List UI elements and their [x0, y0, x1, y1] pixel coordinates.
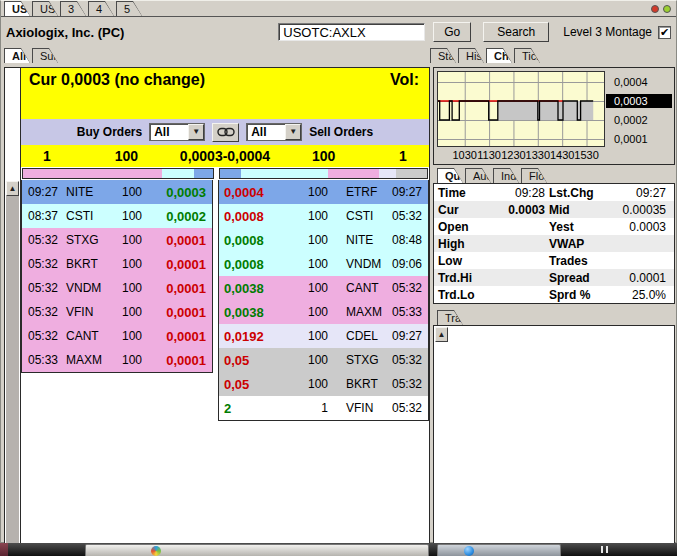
sell-order-row[interactable]: 0,0008100NITE08:48 — [219, 228, 428, 252]
tab-stats[interactable]: Stats — [430, 48, 456, 63]
tab-histogram[interactable]: Histogram — [458, 48, 484, 63]
quote-label: Trd.Lo — [438, 288, 494, 302]
tab-4[interactable]: 4 — [88, 1, 114, 16]
sell-order-row[interactable]: 0,0038100MAXM05:33 — [219, 300, 428, 324]
tab-indices[interactable]: Indices — [493, 168, 519, 183]
quote-tab-strip: Quote InfoAuctionIndicesFlow — [433, 167, 675, 183]
tab-summary[interactable]: Summary — [32, 48, 58, 63]
x-tick-label: 1330 — [526, 148, 550, 162]
taskbar-button[interactable] — [437, 544, 561, 556]
scrollbar-track[interactable] — [6, 196, 19, 553]
current-price-text: Cur 0,0003 (no change) — [29, 71, 205, 119]
tab-5[interactable]: 5 — [116, 1, 142, 16]
market-maker: MAXM — [336, 305, 386, 319]
chevron-down-icon[interactable]: ▼ — [285, 124, 301, 140]
depth-segment-pink — [328, 169, 380, 178]
quote-label: Yest — [549, 220, 615, 234]
sell-order-row[interactable]: 21VFIN05:32 — [219, 396, 428, 420]
order-book-content: Cur 0,0003 (no change) Vol: Buy Orders A… — [20, 68, 429, 553]
quote-value: 09:28 — [494, 186, 549, 200]
book-scrollbar[interactable]: ▲ — [5, 68, 20, 553]
tab-tickscope[interactable]: TickScope — [514, 48, 540, 63]
order-size: 1 — [281, 401, 336, 415]
bid-price: 0,0001 — [158, 353, 212, 368]
order-size: 100 — [281, 257, 336, 271]
order-book-section: ▲ Cur 0,0003 (no change) Vol: Buy Orders… — [4, 67, 430, 554]
link-filters-button[interactable] — [212, 123, 239, 142]
tab-trades[interactable]: Trades — [437, 310, 463, 325]
order-time: 09:27 — [386, 185, 428, 199]
tab-usotc-pwei[interactable]: USOTC:PWEI — [32, 1, 58, 16]
market-maker: CANT — [60, 329, 112, 343]
buy-order-row[interactable]: 05:32STXG1000,0001 — [22, 228, 212, 252]
quote-value: 0.0003 — [494, 203, 549, 217]
x-tick-label: 1230 — [501, 148, 525, 162]
buy-order-row[interactable]: 05:33MAXM1000,0001 — [22, 348, 212, 372]
scroll-up-icon[interactable]: ▲ — [435, 327, 448, 342]
market-maker: CSTI — [336, 209, 386, 223]
header-bar: Axiologix, Inc. (PC) Go Search Level 3 M… — [1, 17, 676, 47]
tab-label: 5 — [117, 2, 142, 16]
scroll-up-icon[interactable]: ▲ — [6, 181, 19, 196]
tab-3[interactable]: 3 — [60, 1, 86, 16]
sell-filter-select[interactable]: All ▼ — [246, 123, 302, 141]
sell-order-row[interactable]: 0,0192100CDEL09:27 — [219, 324, 428, 348]
order-time: 05:32 — [386, 209, 428, 223]
quote-label: Lst.Chg — [549, 186, 615, 200]
buy-order-row[interactable]: 05:32VFIN1000,0001 — [22, 300, 212, 324]
order-time: 05:32 — [386, 401, 428, 415]
sell-order-row[interactable]: 0,0038100CANT05:32 — [219, 276, 428, 300]
market-maker: STXG — [60, 233, 112, 247]
quote-value: 0.00035 — [615, 203, 670, 217]
quote-label: Spread — [549, 271, 615, 285]
buy-order-row[interactable]: 05:32BKRT1000,0001 — [22, 252, 212, 276]
tab-auction[interactable]: Auction — [465, 168, 491, 183]
minimize-icon[interactable] — [663, 5, 671, 13]
sell-order-row[interactable]: 0,0004100ETRF09:27 — [219, 180, 428, 204]
tab-label: Trades — [438, 311, 463, 325]
depth-segment-gray — [396, 169, 427, 178]
order-filter-toolbar: Buy Orders All ▼ — [21, 119, 429, 145]
order-size: 100 — [281, 233, 336, 247]
bid-price: 0,0001 — [158, 257, 212, 272]
inside-bid-ask: 0,0003-0,0004 — [180, 148, 270, 164]
depth-distribution-bars — [21, 167, 429, 180]
sell-filter-value: All — [247, 125, 285, 139]
ask-price: 0,0038 — [219, 305, 281, 320]
buy-order-row[interactable]: 05:32CANT1000,0001 — [22, 324, 212, 348]
tab-flow[interactable]: Flow — [521, 168, 547, 183]
order-size: 100 — [281, 329, 336, 343]
sell-order-row[interactable]: 0,05100STXG05:32 — [219, 348, 428, 372]
symbol-input[interactable] — [278, 23, 425, 41]
bid-price: 0,0001 — [158, 305, 212, 320]
taskbar-button[interactable] — [85, 544, 429, 556]
search-button[interactable]: Search — [483, 22, 549, 42]
tab-chart[interactable]: Chart — [486, 48, 512, 63]
sell-order-row[interactable]: 0,0008100VNDM09:06 — [219, 252, 428, 276]
tab-label: 3 — [61, 2, 86, 16]
sell-order-row[interactable]: 0,0008100CSTI05:32 — [219, 204, 428, 228]
buy-order-row[interactable]: 09:27NITE1000,0003 — [22, 180, 212, 204]
order-size: 100 — [112, 353, 158, 367]
buy-order-row[interactable]: 05:32VNDM1000,0001 — [22, 276, 212, 300]
inside-quote-row: 1 100 0,0003-0,0004 100 1 — [21, 145, 429, 167]
buy-orders-label: Buy Orders — [77, 125, 142, 139]
chevron-down-icon[interactable]: ▼ — [188, 124, 204, 140]
tab-label: Auction — [466, 169, 491, 183]
order-size: 100 — [281, 185, 336, 199]
go-button[interactable]: Go — [433, 22, 471, 42]
sell-order-row[interactable]: 0,05100BKRT05:32 — [219, 372, 428, 396]
tab-usotc-axlx[interactable]: USOTC:AXLX — [4, 1, 30, 16]
tab-label: Indices — [494, 169, 519, 183]
tab-all-orders[interactable]: All orders — [4, 48, 30, 63]
trades-scrollbar[interactable]: ▲ — [434, 326, 449, 553]
order-time: 05:32 — [22, 305, 60, 319]
tab-quote-info[interactable]: Quote Info — [437, 168, 463, 183]
buy-order-row[interactable]: 08:37CSTI1000,0002 — [22, 204, 212, 228]
level3-checkbox[interactable]: ✔ — [658, 26, 671, 39]
buy-filter-select[interactable]: All ▼ — [149, 123, 205, 141]
current-price-bar: Cur 0,0003 (no change) Vol: — [21, 68, 429, 119]
close-icon[interactable] — [651, 5, 659, 13]
taskbar-edge-icon[interactable] — [0, 543, 8, 556]
order-size: 100 — [112, 233, 158, 247]
